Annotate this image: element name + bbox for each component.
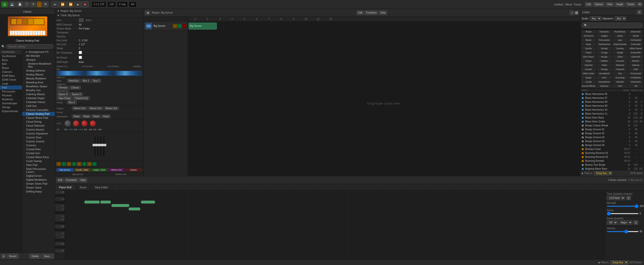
filter-electric[interactable]: Electric (628, 59, 644, 63)
save-btn[interactable]: Save... (42, 254, 54, 259)
filter-slide-guitar[interactable]: Slide Guitar (581, 71, 596, 75)
filter-country[interactable]: Country (612, 46, 628, 50)
filter-jingles[interactable]: Jingles (596, 34, 612, 38)
power-btn[interactable]: ⏻ (2, 2, 8, 7)
key-d3[interactable]: D3 (55, 218, 65, 222)
filter-world[interactable]: World (628, 34, 644, 38)
forward-btn[interactable]: ⏩ (67, 1, 74, 7)
list-item[interactable]: Crystal Rain (22, 147, 55, 151)
mixer-view-btn[interactable]: View (606, 2, 614, 7)
filter-conga[interactable]: Conga (596, 51, 612, 54)
list-item[interactable]: 8th Wonder (22, 54, 55, 58)
filter-elec-piano[interactable]: Elec Piano (581, 55, 596, 59)
position-display[interactable]: 4 1 2 170 (92, 1, 106, 7)
piano-roll-grid[interactable] (65, 191, 605, 260)
filter-vocals[interactable]: Vocals (581, 80, 596, 84)
note-quantize-select[interactable]: 1/16 Note (607, 196, 625, 200)
no-reset-check[interactable] (79, 56, 82, 59)
list-item[interactable]: Bongo Groove 01 2 95 - (580, 128, 644, 132)
list-item[interactable]: Digital Errors (22, 174, 55, 178)
eq-display-3[interactable] (114, 71, 142, 76)
sidebar-item-classics[interactable]: Classics (0, 70, 22, 74)
key-a3[interactable] (55, 201, 65, 204)
list-item[interactable]: Classic Brass Pad (22, 116, 55, 120)
filter-all-drums[interactable]: All Drums (581, 34, 596, 38)
list-item[interactable]: Blues Harmonica 11 8 123 E (580, 112, 644, 116)
settings-btn2[interactable]: ⚙ (42, 2, 48, 7)
sidebar-item-bell[interactable]: Bell (0, 62, 22, 66)
fader-track-1[interactable] (94, 136, 96, 156)
fader-track-2[interactable] (98, 136, 98, 156)
filter-ensemble[interactable]: Ensemble (628, 51, 644, 54)
key-b1[interactable] (55, 246, 65, 249)
channel-eq2-chip[interactable]: Channel EQ (73, 96, 90, 100)
list-item[interactable]: Dark Percussion Layers (22, 167, 55, 174)
note-2[interactable] (101, 201, 110, 203)
list-item[interactable]: Blues Harmonica 08 4 86 C (580, 100, 644, 104)
filter-arrhythmic[interactable]: Arrhythmic (628, 76, 644, 80)
filter-strings2[interactable]: Strings (596, 67, 612, 71)
list-item[interactable]: Bongo Groove 05 4 96 - (580, 143, 644, 147)
list-item-bongo-classic[interactable]: Bongo Classic Break 32 110 - (580, 124, 644, 128)
chorus-chip[interactable]: Chorus (70, 86, 81, 89)
list-item[interactable]: Digital Meditation (22, 178, 55, 182)
filter-fill[interactable]: Fill (628, 84, 644, 88)
list-item[interactable]: Beauty Blubbers (22, 76, 55, 80)
stereo-out-3[interactable]: Stereo Out (104, 106, 119, 110)
list-item[interactable]: Analog Waves (22, 72, 55, 76)
filter-piano[interactable]: Piano (581, 51, 596, 54)
mixer-single-btn[interactable]: Single (615, 2, 624, 7)
sidebar-item-plucked[interactable]: Plucked (0, 93, 22, 97)
mute-btn-1[interactable]: M (56, 162, 61, 166)
list-item-cosmic-dust[interactable]: Cosmic Dust (22, 135, 55, 139)
filter-banjo[interactable]: Banjo (581, 76, 596, 80)
list-item[interactable]: Booming Reverse 02 00:03 - - (580, 155, 644, 159)
fader-track-4[interactable] (103, 136, 104, 156)
eq-display-1[interactable] (56, 71, 85, 76)
filter-processed[interactable]: Processed (628, 71, 644, 75)
cpu-btn[interactable]: 💻 (8, 2, 16, 7)
list-item[interactable]: Boomy Tom Break 16 120 - (580, 163, 644, 167)
list-item-bongo-03[interactable]: Bongo Groove 03 4 95 - (580, 135, 644, 139)
mixer-options-btn[interactable]: Options (593, 2, 604, 7)
eq-display-2[interactable] (85, 71, 113, 76)
sidebar-item-bass[interactable]: Bass (0, 58, 22, 62)
mixer-tracks-btn[interactable]: Tracks (626, 2, 636, 7)
strength-slider[interactable] (607, 206, 638, 207)
list-item[interactable]: Crystal Wave Keys (22, 155, 55, 159)
filter-cinematic[interactable]: Cinematic (628, 42, 644, 46)
pr-view-btn[interactable]: View (79, 178, 87, 182)
list-item[interactable]: Dark Pad (22, 163, 55, 167)
filter-organ[interactable]: Organ (581, 59, 596, 63)
big-syncer-ch-btn[interactable]: Big Syncer (56, 168, 73, 172)
list-item[interactable]: Celestial Organ (22, 96, 55, 100)
mixer-edit-btn[interactable]: Edit (585, 2, 592, 7)
filter-part[interactable]: Part (612, 84, 628, 88)
key-c4[interactable]: C4 (55, 191, 65, 194)
filter-strings[interactable]: Strings (596, 46, 612, 50)
list-item[interactable]: Ambient Modwheel Mor... (22, 62, 55, 69)
list-item[interactable]: Calming Waves (22, 92, 55, 96)
sidebar-item-strings[interactable]: Strings (0, 105, 22, 109)
list-item-booing-crowd[interactable]: Booing Crowd 00:07 - - (580, 147, 644, 151)
pr-functions-btn[interactable]: Functions (64, 178, 78, 182)
mute-btn-3[interactable]: M (77, 162, 82, 166)
key-c3[interactable] (55, 222, 65, 225)
read-btn-1[interactable]: Read (72, 115, 81, 118)
key-b2[interactable] (55, 228, 65, 232)
quantize-q-btn[interactable]: Q (626, 196, 631, 200)
key-display[interactable]: C maj (117, 1, 128, 7)
list-item[interactable]: Bongo Groove 02 4 96 - (580, 132, 644, 135)
filter-distorted[interactable]: Distorted (628, 55, 644, 59)
stereo-out-1[interactable]: Stereo Out (72, 106, 87, 110)
stereo-out-2[interactable]: Stereo Out (88, 106, 103, 110)
pan-knob-4[interactable] (90, 120, 96, 126)
read-btn-3[interactable]: Read (92, 115, 101, 118)
filter-sound-effects[interactable]: Sound Effects (581, 84, 596, 88)
pan-knob-1[interactable] (65, 120, 71, 126)
scale-q-btn[interactable]: Q (634, 220, 638, 225)
bottom-play-in-select[interactable]: Song Key (610, 260, 628, 265)
list-item[interactable]: Dream Sines Pad (22, 182, 55, 186)
filter-dry[interactable]: Dry (612, 71, 628, 75)
key-c2-label[interactable]: C2 (55, 242, 65, 246)
